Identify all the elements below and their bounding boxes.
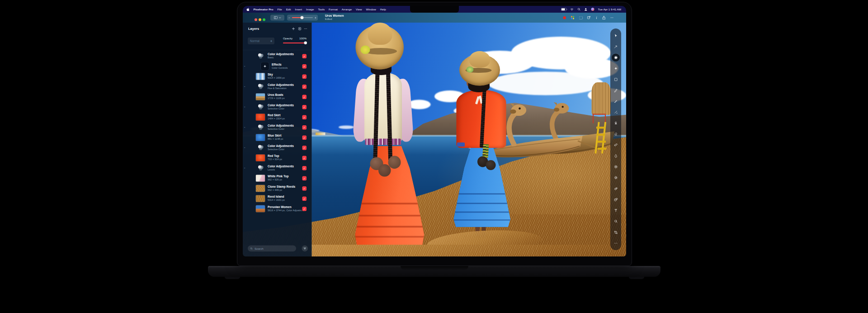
disclosure-chevron-icon[interactable]: › (243, 86, 246, 87)
clone-tool-icon[interactable] (612, 119, 620, 127)
battery-icon[interactable] (561, 8, 566, 11)
layer-row-color-adjustments[interactable]: ›Color AdjustmentsSelective Color✓ (243, 102, 311, 113)
minimize-button[interactable] (259, 19, 261, 21)
wifi-icon[interactable] (570, 8, 574, 11)
crop-grid-icon[interactable] (579, 16, 583, 20)
layer-visibility-checkbox[interactable]: ✓ (302, 85, 307, 89)
more-icon[interactable] (610, 16, 614, 20)
layer-visibility-checkbox[interactable]: ✓ (302, 156, 307, 161)
layer-visibility-checkbox[interactable]: ✓ (302, 136, 307, 140)
fullscreen-button[interactable] (263, 19, 265, 21)
cursor-tool-icon[interactable] (612, 32, 620, 40)
layer-row-peruvian-women[interactable]: Peruvian Women5616 × 3744 px, Color Adju… (243, 204, 311, 214)
layer-visibility-checkbox[interactable]: ✓ (302, 186, 307, 191)
close-button[interactable] (255, 19, 257, 21)
zoom-out-icon[interactable]: − (288, 16, 290, 19)
add-layer-icon[interactable] (291, 27, 296, 31)
layer-visibility-checkbox[interactable]: ✓ (302, 54, 307, 59)
layer-visibility-checkbox[interactable]: ✓ (302, 75, 307, 79)
layer-row-white-pink-top[interactable]: White Pink Top992 × 926 px✓ (243, 173, 311, 184)
user-switch-icon[interactable] (584, 8, 588, 11)
color-grid-icon[interactable] (571, 16, 575, 20)
menu-bar-clock[interactable]: Tue Apr 1 9:41 AM (598, 8, 621, 11)
fill-tool-icon[interactable] (612, 152, 620, 160)
layer-visibility-checkbox[interactable]: ✓ (302, 166, 307, 171)
paint-tool-icon[interactable] (612, 97, 620, 105)
arrange-tool-icon[interactable] (612, 43, 620, 51)
blend-mode-select[interactable]: Normal (248, 38, 274, 44)
crop-tool-icon[interactable] (612, 228, 620, 237)
opacity-slider[interactable] (283, 43, 307, 43)
more-options-icon[interactable] (303, 27, 308, 31)
layer-visibility-checkbox[interactable]: ✓ (302, 176, 307, 181)
disclosure-chevron-icon[interactable]: › (243, 147, 246, 148)
zoom-slider-track[interactable] (292, 17, 313, 18)
more-tools-icon[interactable] (612, 239, 620, 247)
siri-icon[interactable] (591, 8, 594, 11)
menu-item-arrange[interactable]: Arrange (342, 8, 352, 11)
type-tool-icon[interactable] (612, 206, 620, 214)
menu-item-insert[interactable]: Insert (295, 8, 302, 11)
layer-visibility-checkbox[interactable]: ✓ (302, 146, 307, 150)
share-icon[interactable] (602, 16, 606, 20)
zoom-tool-icon[interactable] (612, 218, 620, 226)
layer-row-effects[interactable]: ›EffectsColor Controls✓ (243, 62, 311, 72)
effects-tool-icon[interactable] (612, 64, 620, 72)
heal-tool-icon[interactable] (612, 141, 620, 149)
menu-item-edit[interactable]: Edit (286, 8, 291, 11)
search-icon[interactable] (577, 8, 580, 11)
eraser-tool-icon[interactable] (612, 130, 620, 138)
layer-visibility-checkbox[interactable]: ✓ (302, 105, 307, 109)
sidebar-toggle-button[interactable] (270, 15, 284, 21)
marquee-tool-icon[interactable] (612, 76, 620, 84)
layers-search-input[interactable] (254, 247, 289, 250)
layer-visibility-checkbox[interactable]: ✓ (302, 115, 307, 120)
layer-row-color-adjustments[interactable]: Color AdjustmentsBasic✓ (243, 51, 311, 62)
filter-layers-icon[interactable] (297, 27, 302, 31)
menu-item-file[interactable]: File (278, 8, 282, 11)
layer-row-color-adjustments[interactable]: ›Color AdjustmentsSelective Color✓ (243, 143, 311, 153)
smudge-tool-icon[interactable] (612, 185, 620, 193)
zoom-in-icon[interactable]: + (315, 16, 316, 19)
zoom-slider[interactable]: − + (287, 15, 318, 21)
menu-item-tools[interactable]: Tools (318, 8, 325, 11)
layer-visibility-checkbox[interactable]: ✓ (302, 207, 307, 211)
menu-item-view[interactable]: View (356, 8, 362, 11)
layer-visibility-checkbox[interactable]: ✓ (302, 125, 307, 130)
color-adjustments-tool-icon[interactable] (612, 53, 620, 62)
layer-row-sky[interactable]: Sky5314 × 1656 px✓ (243, 71, 311, 82)
lighten-tool-icon[interactable] (612, 174, 620, 182)
opacity-slider-knob[interactable] (304, 42, 307, 45)
edit-export-icon[interactable] (587, 16, 591, 20)
apple-menu[interactable] (246, 8, 250, 11)
layer-row-clone-stamp-reeds[interactable]: Clone Stamp Reeds662 × 449 px✓ (243, 184, 311, 194)
layer-row-color-adjustments[interactable]: ›Color AdjustmentsSelective Color✓ (243, 123, 311, 133)
menu-item-window[interactable]: Window (366, 8, 376, 11)
layer-row-color-adjustments[interactable]: ›Color AdjustmentsLevels✓ (243, 163, 311, 174)
zoom-slider-knob[interactable] (301, 16, 304, 19)
disclosure-chevron-icon[interactable]: › (243, 66, 246, 67)
disclosure-chevron-icon[interactable]: › (243, 127, 246, 128)
layer-row-uros-boats[interactable]: Uros Boats1729 × 1106 px✓ (243, 92, 311, 102)
disclosure-chevron-icon[interactable]: › (243, 168, 246, 169)
layer-row-blue-skirt[interactable]: Blue Skirt881 × 1148 px✓ (243, 133, 311, 143)
soften-tool-icon[interactable] (612, 163, 620, 171)
menu-item-app-name[interactable]: Pixelmator Pro (254, 8, 274, 11)
menu-item-image[interactable]: Image (306, 8, 314, 11)
layer-row-color-adjustments[interactable]: ›Color AdjustmentsHue & Saturation✓ (243, 82, 311, 92)
info-icon[interactable]: i (594, 16, 599, 20)
layer-row-reed-island[interactable]: Reed Island5314 × 1631 px✓ (243, 194, 311, 204)
menu-item-format[interactable]: Format (329, 8, 338, 11)
pen-tool-icon[interactable] (612, 86, 620, 95)
layers-search-field[interactable] (248, 246, 296, 252)
color-record-icon[interactable] (562, 16, 566, 20)
layer-visibility-checkbox[interactable]: ✓ (302, 64, 307, 69)
layer-visibility-checkbox[interactable]: ✓ (302, 197, 307, 201)
disclosure-chevron-icon[interactable]: › (243, 107, 246, 108)
shapes-tool-icon[interactable] (612, 195, 620, 204)
line-tool-icon[interactable] (612, 108, 620, 116)
layer-visibility-checkbox[interactable]: ✓ (302, 95, 307, 100)
layers-filter-button[interactable] (302, 246, 308, 252)
layer-row-red-skirt[interactable]: Red Skirt1484 × 1504 px✓ (243, 112, 311, 123)
layer-row-red-top[interactable]: Red Top703 × 914 px✓ (243, 153, 311, 163)
